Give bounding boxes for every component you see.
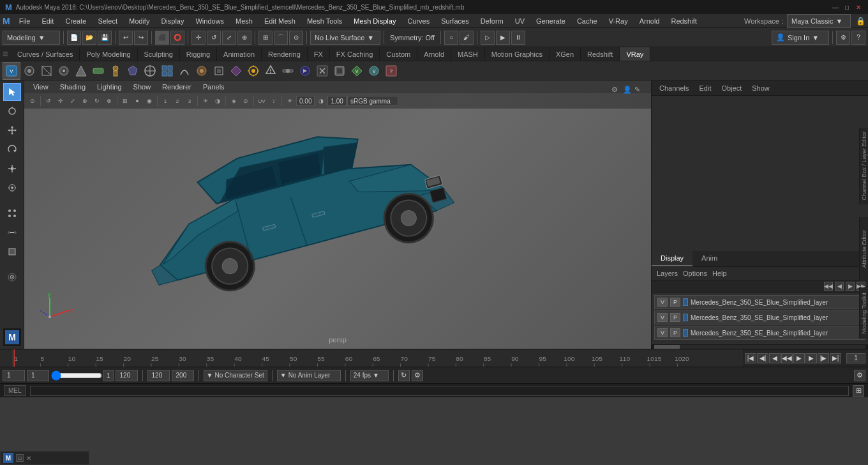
menu-uv[interactable]: UV: [510, 14, 530, 28]
face-button[interactable]: [3, 243, 21, 261]
end-anim-field[interactable]: 120: [116, 370, 138, 381]
character-set-dropdown[interactable]: ▼ No Character Set: [204, 370, 267, 381]
vp-med-res-btn[interactable]: 2: [172, 95, 183, 107]
menu-display[interactable]: Display: [156, 14, 189, 28]
fps-dropdown[interactable]: 24 fps ▼: [350, 370, 389, 381]
vp-cam-tumble-btn[interactable]: ↺: [43, 95, 54, 107]
script-editor-btn[interactable]: ⊞: [853, 385, 864, 397]
select-mode-button[interactable]: [3, 83, 21, 101]
layer-row-3[interactable]: V P Mercedes_Benz_350_SE_Blue_Simplified…: [654, 326, 865, 340]
settings-right-btn[interactable]: ⚙: [854, 370, 865, 381]
vp-shading-menu[interactable]: Shading: [55, 82, 91, 92]
help-button[interactable]: ?: [851, 31, 865, 45]
channels-tab[interactable]: Channels: [657, 83, 691, 93]
shelf-icon-12[interactable]: [193, 63, 210, 79]
shelf-icon-7[interactable]: [107, 63, 124, 79]
menu-generate[interactable]: Generate: [531, 14, 571, 28]
vp-high-res-btn[interactable]: 3: [184, 95, 195, 107]
tab-mash[interactable]: MASH: [451, 47, 485, 61]
menu-modify[interactable]: Modify: [124, 14, 154, 28]
tab-vray[interactable]: VRay: [620, 47, 650, 61]
redo-button[interactable]: ↪: [134, 31, 148, 45]
layer-v-btn-3[interactable]: V: [657, 328, 668, 337]
layer-v-btn-2[interactable]: V: [657, 313, 668, 322]
vp-xray-btn[interactable]: ◈: [228, 95, 239, 107]
settings-status-btn[interactable]: ⚙: [412, 370, 423, 381]
mini-square-btn[interactable]: □: [16, 454, 24, 462]
shelf-icon-3[interactable]: [38, 63, 55, 79]
snap-point-button[interactable]: ⊙: [289, 31, 303, 45]
scale-tool-button[interactable]: ⤢: [222, 31, 236, 45]
menu-surfaces[interactable]: Surfaces: [436, 14, 474, 28]
tab-arnold[interactable]: Arnold: [417, 47, 451, 61]
mel-input[interactable]: [30, 386, 849, 396]
vp-renderer-menu[interactable]: Renderer: [157, 82, 197, 92]
tab-sculpting[interactable]: Sculpting: [138, 47, 180, 61]
menu-vray[interactable]: V-Ray: [604, 14, 633, 28]
anim-layer-dropdown[interactable]: ▼ No Anim Layer: [277, 370, 341, 381]
new-scene-button[interactable]: 📄: [67, 31, 81, 45]
attr-editor-label[interactable]: Channel Box / Layer Editor: [859, 128, 868, 204]
layer-row-2[interactable]: V P Mercedes_Benz_350_SE_Blue_Simplified…: [654, 310, 865, 324]
vp-smooth-wire-btn[interactable]: ◉: [144, 95, 155, 107]
menu-curves[interactable]: Curves: [402, 14, 435, 28]
prev-frame-btn[interactable]: ◀: [769, 353, 781, 363]
menu-edit-mesh[interactable]: Edit Mesh: [259, 14, 301, 28]
open-scene-button[interactable]: 📂: [82, 31, 96, 45]
shelf-icon-21[interactable]: V: [348, 63, 365, 79]
loop-btn[interactable]: ↻: [398, 370, 410, 381]
layer-p-btn-3[interactable]: P: [670, 328, 680, 337]
shelf-icon-1[interactable]: V: [3, 62, 20, 80]
layer-scroll-next[interactable]: ▶: [846, 282, 855, 291]
shelf-icon-17[interactable]: [280, 63, 296, 79]
live-surface-dropdown[interactable]: No Live Surface ▼: [310, 31, 380, 45]
mini-close-btn[interactable]: ✕: [26, 455, 31, 462]
layer-p-btn-1[interactable]: P: [670, 298, 680, 307]
save-scene-button[interactable]: 💾: [98, 31, 112, 45]
soft-select-left-button[interactable]: [3, 268, 21, 286]
range-end-field[interactable]: 200: [172, 370, 194, 381]
vp-cam-roll-btn[interactable]: ↻: [91, 95, 103, 107]
vp-low-res-btn[interactable]: 1: [160, 95, 171, 107]
shelf-icon-19[interactable]: [314, 63, 331, 79]
frame-slider[interactable]: [51, 370, 102, 381]
modeling-toolkit-label[interactable]: Attribute Editor: [859, 217, 868, 281]
vp-cam-dolly-btn[interactable]: ⤢: [67, 95, 79, 107]
pause-render-button[interactable]: ⏸: [511, 31, 525, 45]
shelf-icon-11[interactable]: [176, 63, 193, 79]
rotate-tool-button[interactable]: ↺: [207, 31, 221, 45]
shelf-icon-22[interactable]: V: [366, 63, 382, 79]
shelf-icon-13[interactable]: [211, 63, 227, 79]
menu-select[interactable]: Select: [93, 14, 123, 28]
tab-curves-surfaces[interactable]: Curves / Surfaces: [11, 47, 80, 61]
vp-cam-track-btn[interactable]: ✛: [55, 95, 66, 107]
vp-smooth-btn[interactable]: ●: [131, 95, 143, 107]
workspace-dropdown[interactable]: Maya Classic ▼: [787, 14, 851, 28]
vp-colorspace-value[interactable]: sRGB gamma: [347, 96, 398, 106]
vp-exposure-value[interactable]: 1.00: [327, 96, 346, 106]
rp-scrollbar-track[interactable]: [654, 345, 865, 349]
vp-uv-btn[interactable]: UV: [256, 95, 267, 107]
shelf-icon-9[interactable]: [142, 63, 158, 79]
move-tool-button[interactable]: ✛: [191, 31, 206, 45]
tab-poly-modeling[interactable]: Poly Modeling: [80, 47, 137, 61]
options-option[interactable]: Options: [683, 270, 707, 277]
tab-rendering[interactable]: Rendering: [262, 47, 308, 61]
scale-button[interactable]: [3, 160, 21, 178]
shelf-icon-20[interactable]: [331, 63, 348, 79]
vp-show-menu[interactable]: Show: [128, 82, 156, 92]
vp-gamma-value[interactable]: 0.00: [296, 96, 315, 106]
goto-end-btn[interactable]: ▶|: [830, 353, 841, 363]
shelf-icon-14[interactable]: [228, 63, 244, 79]
show-tab[interactable]: Show: [749, 83, 772, 93]
vp-panels-menu[interactable]: Panels: [198, 82, 230, 92]
shelf-icon-8[interactable]: [124, 63, 141, 79]
shelf-icon-10[interactable]: [159, 63, 176, 79]
vp-lights-btn[interactable]: ☀: [200, 95, 211, 107]
anim-tab[interactable]: Anim: [692, 251, 726, 266]
menu-edit[interactable]: Edit: [36, 14, 59, 28]
viewport-corner-icons[interactable]: ⚙ 👤 ✎: [609, 83, 647, 96]
timeline[interactable]: 1 5 10 15 20 25 30 35 40 45 50 55 60: [0, 349, 868, 367]
play-backward-btn[interactable]: ◀◀: [781, 353, 793, 363]
vp-isolate-btn[interactable]: ⊙: [240, 95, 251, 107]
